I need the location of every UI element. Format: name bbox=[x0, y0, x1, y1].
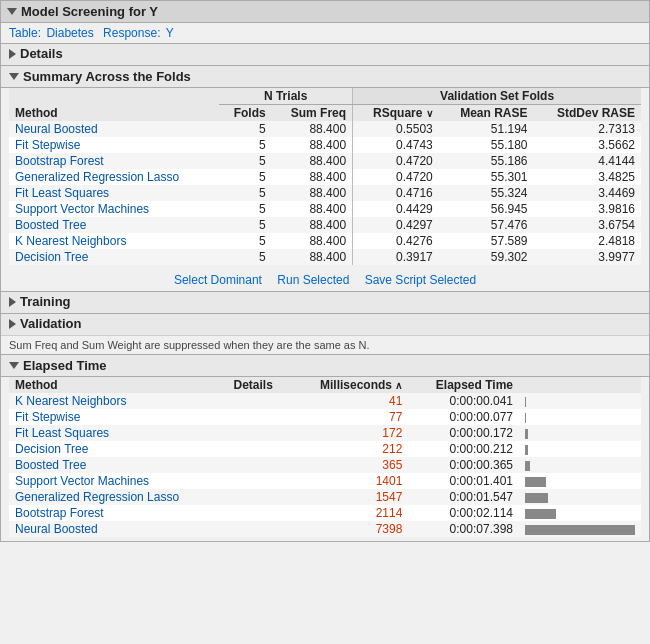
folds-cell: 5 bbox=[219, 233, 272, 249]
elapsed-time-cell: 0:00:00.172 bbox=[408, 425, 519, 441]
elapsed-time-cell: 0:00:00.365 bbox=[408, 457, 519, 473]
panel-header: Model Screening for Y bbox=[1, 1, 649, 23]
note-text: Sum Freq and Sum Weight are suppressed w… bbox=[9, 339, 370, 351]
elapsed-method-cell: Generalized Regression Lasso bbox=[9, 489, 228, 505]
summary-table-row: Bootstrap Forest 5 88.400 0.4720 55.186 … bbox=[9, 153, 641, 169]
elapsed-table: Method Details Milliseconds ∧ Elapsed Ti… bbox=[9, 377, 641, 537]
elapsed-ms-cell: 212 bbox=[291, 441, 408, 457]
summary-table-row: Decision Tree 5 88.400 0.3917 59.302 3.9… bbox=[9, 249, 641, 265]
elapsed-col-method: Method bbox=[9, 377, 228, 393]
details-expand-icon bbox=[9, 49, 16, 59]
summary-table: Method N Trials Validation Set Folds Fol… bbox=[9, 88, 641, 265]
stddevrase-cell: 3.6754 bbox=[534, 217, 642, 233]
table-label: Table: bbox=[9, 26, 41, 40]
elapsed-bar-cell bbox=[519, 489, 641, 505]
elapsed-method-cell: Neural Boosted bbox=[9, 521, 228, 537]
elapsed-table-row: Support Vector Machines 1401 0:00:01.401 bbox=[9, 473, 641, 489]
summary-table-row: Fit Stepwise 5 88.400 0.4743 55.180 3.56… bbox=[9, 137, 641, 153]
meanrase-cell: 55.180 bbox=[439, 137, 534, 153]
summary-section-header: Summary Across the Folds bbox=[1, 65, 649, 88]
col-method-header: Method bbox=[9, 88, 219, 121]
elapsed-col-elapsed: Elapsed Time bbox=[408, 377, 519, 393]
summary-table-row: K Nearest Neighbors 5 88.400 0.4276 57.5… bbox=[9, 233, 641, 249]
bar-fill bbox=[525, 461, 530, 471]
elapsed-bar-cell bbox=[519, 521, 641, 537]
sumfreq-cell: 88.400 bbox=[272, 169, 353, 185]
elapsed-bar-cell bbox=[519, 393, 641, 409]
run-selected-link[interactable]: Run Selected bbox=[277, 273, 349, 287]
table-info: Table: Diabetes Response: Y bbox=[1, 23, 649, 43]
elapsed-col-ms: Milliseconds ∧ bbox=[291, 377, 408, 393]
elapsed-method-cell: Boosted Tree bbox=[9, 457, 228, 473]
sumfreq-cell: 88.400 bbox=[272, 201, 353, 217]
elapsed-bar-cell bbox=[519, 409, 641, 425]
sumfreq-cell: 88.400 bbox=[272, 121, 353, 137]
folds-cell: 5 bbox=[219, 169, 272, 185]
summary-collapse-icon[interactable] bbox=[9, 73, 19, 80]
panel-title: Model Screening for Y bbox=[21, 4, 158, 19]
method-cell: K Nearest Neighbors bbox=[9, 233, 219, 249]
elapsed-ms-cell: 77 bbox=[291, 409, 408, 425]
elapsed-table-wrapper: Method Details Milliseconds ∧ Elapsed Ti… bbox=[1, 377, 649, 541]
elapsed-time-cell: 0:00:02.114 bbox=[408, 505, 519, 521]
elapsed-time-cell: 0:00:00.041 bbox=[408, 393, 519, 409]
rsquare-cell: 0.4720 bbox=[353, 169, 439, 185]
rsquare-cell: 0.4297 bbox=[353, 217, 439, 233]
elapsed-bar-cell bbox=[519, 473, 641, 489]
summary-table-row: Support Vector Machines 5 88.400 0.4429 … bbox=[9, 201, 641, 217]
rsquare-cell: 0.4716 bbox=[353, 185, 439, 201]
elapsed-table-row: Neural Boosted 7398 0:00:07.398 bbox=[9, 521, 641, 537]
save-script-link[interactable]: Save Script Selected bbox=[365, 273, 476, 287]
meanrase-cell: 55.324 bbox=[439, 185, 534, 201]
elapsed-details-cell bbox=[228, 425, 292, 441]
elapsed-ms-cell: 41 bbox=[291, 393, 408, 409]
elapsed-details-cell bbox=[228, 409, 292, 425]
validation-label: Validation bbox=[20, 316, 81, 331]
bar-fill bbox=[525, 445, 528, 455]
bar-container bbox=[525, 524, 635, 534]
bar-container bbox=[525, 492, 635, 502]
stddevrase-cell: 3.9977 bbox=[534, 249, 642, 265]
training-section-header[interactable]: Training bbox=[1, 291, 649, 313]
rsquare-cell: 0.3917 bbox=[353, 249, 439, 265]
summary-table-row: Neural Boosted 5 88.400 0.5503 51.194 2.… bbox=[9, 121, 641, 137]
elapsed-details-cell bbox=[228, 521, 292, 537]
col-folds-header: Folds bbox=[219, 105, 272, 122]
details-section-header[interactable]: Details bbox=[1, 43, 649, 65]
elapsed-details-cell bbox=[228, 441, 292, 457]
main-panel: Model Screening for Y Table: Diabetes Re… bbox=[0, 0, 650, 542]
elapsed-bar-cell bbox=[519, 425, 641, 441]
bar-container bbox=[525, 396, 635, 406]
rsquare-cell: 0.4429 bbox=[353, 201, 439, 217]
training-expand-icon bbox=[9, 297, 16, 307]
elapsed-details-cell bbox=[228, 473, 292, 489]
rsquare-cell: 0.5503 bbox=[353, 121, 439, 137]
stddevrase-cell: 3.5662 bbox=[534, 137, 642, 153]
bar-fill bbox=[525, 429, 528, 439]
bar-container bbox=[525, 412, 635, 422]
training-label: Training bbox=[20, 294, 71, 309]
select-dominant-link[interactable]: Select Dominant bbox=[174, 273, 262, 287]
elapsed-bar-cell bbox=[519, 505, 641, 521]
summary-table-row: Generalized Regression Lasso 5 88.400 0.… bbox=[9, 169, 641, 185]
sumfreq-cell: 88.400 bbox=[272, 233, 353, 249]
elapsed-table-row: Fit Least Squares 172 0:00:00.172 bbox=[9, 425, 641, 441]
method-cell: Support Vector Machines bbox=[9, 201, 219, 217]
collapse-icon[interactable] bbox=[7, 8, 17, 15]
elapsed-collapse-icon[interactable] bbox=[9, 362, 19, 369]
elapsed-ms-cell: 7398 bbox=[291, 521, 408, 537]
rsquare-cell: 0.4720 bbox=[353, 153, 439, 169]
response-name: Y bbox=[166, 26, 174, 40]
links-row: Select Dominant Run Selected Save Script… bbox=[1, 269, 649, 291]
elapsed-method-cell: Fit Stepwise bbox=[9, 409, 228, 425]
bar-container bbox=[525, 508, 635, 518]
elapsed-ms-cell: 2114 bbox=[291, 505, 408, 521]
col-meanrase-header: Mean RASE bbox=[439, 105, 534, 122]
elapsed-col-details: Details bbox=[228, 377, 292, 393]
method-cell: Generalized Regression Lasso bbox=[9, 169, 219, 185]
validation-section-header[interactable]: Validation bbox=[1, 313, 649, 335]
meanrase-cell: 55.186 bbox=[439, 153, 534, 169]
elapsed-table-row: K Nearest Neighbors 41 0:00:00.041 bbox=[9, 393, 641, 409]
elapsed-bar-cell bbox=[519, 441, 641, 457]
meanrase-cell: 57.589 bbox=[439, 233, 534, 249]
